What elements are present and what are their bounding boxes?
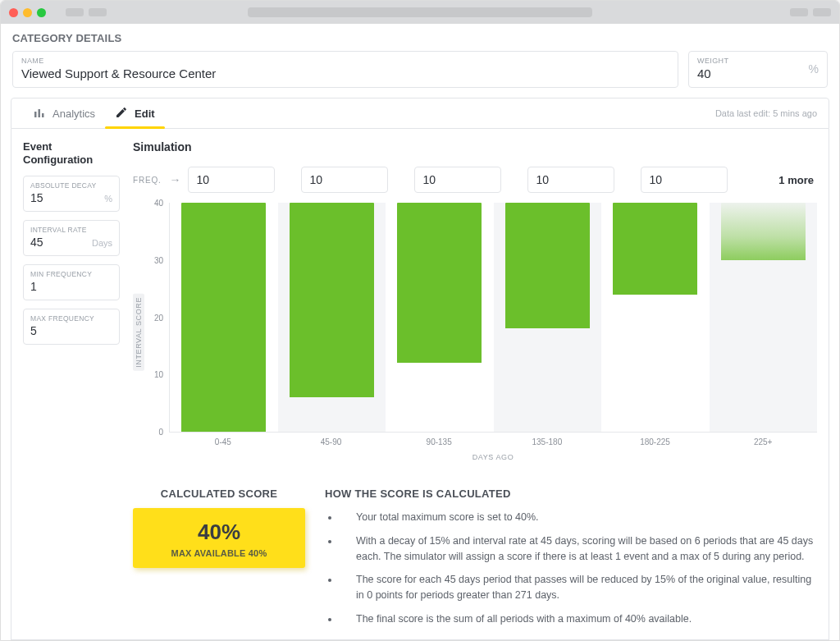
frequency-row: FREQ. → 1010101010 1 more: [133, 167, 817, 193]
x-tick: 90-135: [385, 433, 493, 446]
window-titlebar: [1, 1, 839, 24]
min-frequency-field[interactable]: MIN FREQUENCY 1: [23, 264, 120, 300]
weight-unit: %: [809, 62, 819, 76]
simulation-content: Simulation FREQ. → 1010101010 1 more INT…: [133, 140, 817, 628]
max-frequency-value: 5: [30, 324, 37, 337]
name-field-value: Viewed Support & Resource Center: [21, 66, 669, 80]
frequency-input-3[interactable]: 10: [527, 167, 614, 193]
frequency-input-0[interactable]: 10: [188, 167, 275, 193]
explanation-item: With a decay of 15% and interval rate at…: [340, 533, 817, 565]
frequency-input-2[interactable]: 10: [414, 167, 501, 193]
absolute-decay-label: ABSOLUTE DECAY: [30, 181, 112, 190]
tab-edit-label: Edit: [135, 108, 155, 120]
y-tick: 40: [154, 199, 163, 208]
y-axis-label: INTERVAL SCORE: [133, 294, 144, 371]
chart-bar: [397, 203, 482, 363]
pencil-icon: [115, 106, 128, 121]
y-tick: 20: [154, 313, 163, 322]
chart-slot: [170, 203, 278, 432]
titlebar-placeholder: [790, 8, 808, 16]
frequency-inputs: 1010101010: [188, 167, 773, 193]
chart-bar: [505, 203, 590, 328]
x-tick: 180-225: [601, 433, 710, 446]
x-tick: 135-180: [493, 433, 601, 446]
calculated-score-heading: CALCULATED SCORE: [133, 488, 305, 500]
chart-slot: [278, 203, 386, 432]
absolute-decay-unit: %: [104, 194, 112, 204]
max-frequency-label: MAX FREQUENCY: [30, 314, 112, 323]
explanation-block: HOW THE SCORE IS CALCULATED Your total m…: [325, 488, 817, 635]
max-frequency-field[interactable]: MAX FREQUENCY 5: [23, 309, 120, 345]
weight-field[interactable]: WEIGHT 40 %: [688, 51, 828, 88]
last-edit-text: Data last edit: 5 mins ago: [715, 108, 817, 118]
x-axis-label: DAYS AGO: [169, 453, 817, 461]
tab-analytics[interactable]: Analytics: [23, 98, 105, 128]
bottom-section: CALCULATED SCORE 40% MAX AVAILABLE 40% H…: [133, 488, 817, 635]
weight-field-label: WEIGHT: [697, 57, 809, 65]
titlebar-placeholder: [66, 8, 84, 16]
tab-analytics-label: Analytics: [52, 108, 95, 120]
frequency-label: FREQ.: [133, 176, 162, 185]
interval-rate-field[interactable]: INTERVAL RATE 45 Days: [23, 220, 120, 256]
chart-bar: [721, 203, 806, 260]
min-frequency-value: 1: [30, 280, 37, 293]
absolute-decay-value: 15: [30, 191, 43, 204]
fields-row: NAME Viewed Support & Resource Center WE…: [1, 51, 839, 98]
score-value: 40%: [141, 520, 297, 545]
name-field[interactable]: NAME Viewed Support & Resource Center: [12, 51, 678, 88]
chart-bar: [290, 203, 374, 397]
frequency-input-4[interactable]: 10: [641, 167, 728, 193]
titlebar-placeholder: [813, 8, 831, 16]
interval-rate-label: INTERVAL RATE: [30, 226, 112, 234]
titlebar-placeholder: [89, 8, 107, 16]
chart-bar: [181, 203, 266, 432]
x-tick: 0-45: [169, 433, 277, 446]
chart-area: INTERVAL SCORE 010203040 0-4545-9090-135…: [133, 203, 817, 461]
explanation-heading: HOW THE SCORE IS CALCULATED: [325, 488, 817, 500]
explanation-item: The final score is the sum of all period…: [340, 611, 817, 627]
tab-edit[interactable]: Edit: [105, 98, 165, 128]
chart-slot: [601, 203, 710, 432]
chart-slot: [494, 203, 602, 432]
x-tick: 225+: [709, 433, 817, 446]
chart-slot: [386, 203, 494, 432]
simulation-title: Simulation: [133, 140, 817, 153]
interval-score-chart: 010203040: [169, 203, 817, 433]
sidebar-title: Event Configuration: [23, 140, 120, 167]
app-window: CATEGORY DETAILS NAME Viewed Support & R…: [0, 0, 840, 641]
score-card: 40% MAX AVAILABLE 40%: [133, 508, 305, 568]
address-bar-placeholder: [248, 7, 592, 17]
svg-rect-1: [39, 109, 41, 117]
interval-rate-unit: Days: [92, 238, 112, 248]
chart-bar: [613, 203, 697, 295]
config-sidebar: Event Configuration ABSOLUTE DECAY 15 % …: [23, 140, 120, 628]
min-frequency-label: MIN FREQUENCY: [30, 270, 112, 278]
svg-rect-2: [42, 113, 44, 117]
explanation-item: Your total maximum score is set to 40%.: [340, 510, 817, 525]
y-tick: 0: [158, 428, 163, 437]
y-tick: 30: [154, 255, 163, 264]
tabs-row: Analytics Edit Data last edit: 5 mins ag…: [11, 98, 829, 129]
frequency-more-link[interactable]: 1 more: [778, 174, 817, 186]
calculated-score-block: CALCULATED SCORE 40% MAX AVAILABLE 40%: [133, 488, 305, 635]
weight-field-value: 40: [697, 66, 809, 80]
page-title: CATEGORY DETAILS: [1, 24, 839, 51]
explanation-list: Your total maximum score is set to 40%.W…: [325, 510, 817, 627]
absolute-decay-field[interactable]: ABSOLUTE DECAY 15 %: [23, 176, 120, 212]
interval-rate-value: 45: [30, 236, 43, 249]
arrow-right-icon: →: [170, 173, 181, 186]
score-subtext: MAX AVAILABLE 40%: [141, 548, 297, 558]
svg-rect-0: [34, 112, 37, 117]
minimize-window-icon[interactable]: [23, 8, 32, 17]
frequency-input-1[interactable]: 10: [301, 167, 388, 193]
main-area: Event Configuration ABSOLUTE DECAY 15 % …: [11, 129, 829, 640]
chart-slot: [710, 203, 818, 432]
y-tick: 10: [154, 370, 163, 379]
name-field-label: NAME: [21, 57, 669, 65]
close-window-icon[interactable]: [9, 8, 18, 17]
explanation-item: The score for each 45 days period that p…: [340, 572, 817, 603]
maximize-window-icon[interactable]: [37, 8, 46, 17]
bar-chart-icon: [33, 106, 46, 121]
x-tick: 45-90: [277, 433, 386, 446]
